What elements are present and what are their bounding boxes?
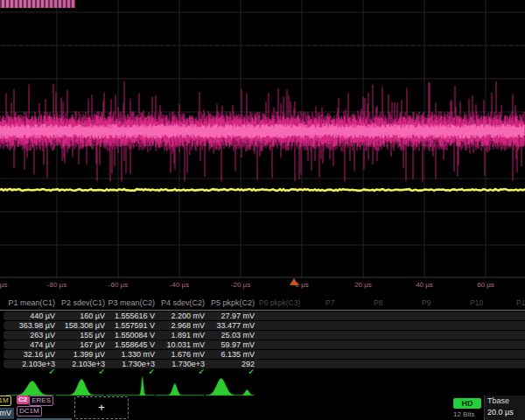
- time-label: -60 µs: [99, 281, 137, 289]
- time-label: 40 µs: [405, 281, 444, 289]
- hd-mode-badge[interactable]: HD: [453, 398, 481, 409]
- tbase-value: 20.0 µs: [487, 407, 525, 418]
- table-row: 440 µV160 µV1.555616 V2.200 mV27.97 mV: [4, 312, 525, 320]
- measurement-cell: 155 µV: [51, 331, 105, 340]
- param-header-inactive[interactable]: P8: [374, 298, 382, 308]
- status-check-icon: ✔: [101, 368, 155, 376]
- measurement-cell: 263 µV: [1, 331, 55, 340]
- time-label: -80 µs: [38, 281, 76, 289]
- tbase-descriptor[interactable]: Tbase 20.0 µs: [484, 396, 525, 420]
- status-check-icon: ✔: [150, 368, 205, 376]
- histicon-p1: [5, 376, 55, 396]
- measurement-cell: 167 µV: [51, 340, 105, 349]
- param-header-inactive[interactable]: P10: [470, 298, 483, 308]
- tbase-label: Tbase: [487, 396, 525, 407]
- param-header-inactive[interactable]: P11: [516, 298, 525, 308]
- measurement-cell: 1.891 mV: [150, 331, 205, 340]
- histicon-shape: [6, 382, 54, 396]
- measurement-cell: 1.555616 V: [101, 312, 155, 320]
- measurement-cell: 33.477 mV: [200, 321, 255, 330]
- plus-icon: +: [98, 401, 105, 414]
- histicon-shape: [156, 384, 204, 396]
- status-check-icon: ✔: [200, 368, 255, 376]
- measurement-cell: 10.031 mV: [150, 340, 205, 349]
- histicon-shape: [206, 379, 254, 396]
- param-header[interactable]: P3 mean(C2): [101, 298, 155, 308]
- table-row: 474 µV167 µV1.558645 V10.031 mV59.97 mV: [4, 340, 525, 349]
- measurement-cell: 1.676 mV: [150, 350, 205, 359]
- measurement-cell: 474 µV: [1, 340, 55, 349]
- hd-bits-label: 12 Bits: [453, 410, 474, 418]
- table-row: 32.16 µV1.399 µV1.330 mV1.676 mV6.135 mV: [4, 350, 525, 359]
- measurement-cell: 1.557591 V: [101, 321, 155, 330]
- measurement-cell: 6.135 mV: [200, 350, 255, 359]
- time-label: 0 µs: [283, 281, 321, 289]
- trigger-position-marker[interactable]: [290, 278, 298, 285]
- c1-coupling-badge: DC1M: [0, 396, 11, 406]
- table-header-divider: [0, 310, 525, 311]
- measurement-cell: 2.968 mV: [150, 321, 205, 330]
- measurement-cell: 27.97 mV: [200, 312, 255, 320]
- param-header-inactive[interactable]: P9: [422, 298, 430, 308]
- measurement-cell: 1.558645 V: [101, 340, 155, 349]
- time-label: 20 µs: [344, 281, 382, 289]
- bottom-descriptor-bar: DC1M 10.0 mV C2ERESDC1M 10.0 mV + HD 12 …: [0, 396, 525, 420]
- table-row: 363.98 µV158.308 µV1.557591 V2.968 mV33.…: [4, 321, 525, 330]
- c2-coupling-badge: DC1M: [17, 406, 42, 416]
- c2-label-badge: C2: [17, 396, 29, 404]
- measurement-cell: 363.98 µV: [1, 321, 55, 330]
- waveform-display: [0, 0, 525, 278]
- oscilloscope-screen: -100 µs-80 µs-60 µs-40 µs-20 µs0 µs20 µs…: [0, 0, 525, 420]
- channel-c2-descriptor[interactable]: C2ERESDC1M 10.0 mV: [17, 396, 72, 419]
- time-label: 60 µs: [466, 281, 505, 289]
- measurement-cell: 1.550084 V: [101, 331, 155, 340]
- top-left-highlight[interactable]: [0, 0, 75, 8]
- measurement-cell: 440 µV: [1, 312, 55, 320]
- time-label: -100 µs: [0, 281, 15, 289]
- histicon-shape: [106, 376, 154, 396]
- status-check-icon: ✔: [1, 368, 55, 376]
- status-check-icon: ✔: [51, 368, 105, 376]
- measurement-cell: 59.97 mV: [200, 340, 255, 349]
- param-header[interactable]: P4 sdev(C2): [150, 298, 205, 308]
- measurement-cell: 25.03 mV: [200, 331, 255, 340]
- param-header-inactive[interactable]: P7: [326, 298, 334, 308]
- time-axis: -100 µs-80 µs-60 µs-40 µs-20 µs0 µs20 µs…: [0, 281, 525, 291]
- histicon-p3: [105, 376, 155, 396]
- channel-c1-descriptor[interactable]: DC1M 10.0 mV: [0, 396, 14, 419]
- measurement-cell: 2.200 mV: [150, 312, 205, 320]
- param-header[interactable]: P1 mean(C1): [1, 298, 55, 308]
- measurement-cell: 1.399 µV: [51, 350, 105, 359]
- add-trace-button[interactable]: +: [74, 396, 129, 419]
- measurement-cell: 158.308 µV: [51, 321, 105, 330]
- histicon-p4: [155, 376, 205, 396]
- histicon-shape: [56, 380, 104, 396]
- measurement-cell: 32.16 µV: [1, 350, 55, 359]
- param-header-inactive[interactable]: P6 pkpk(C3): [259, 298, 300, 308]
- param-header[interactable]: P5 pkpk(C2): [200, 298, 255, 308]
- c2-eres-badge: ERES: [29, 396, 53, 406]
- measurement-cell: 1.330 mV: [101, 350, 155, 359]
- table-row: 263 µV155 µV1.550084 V1.891 mV25.03 mV: [4, 331, 525, 340]
- time-label: -20 µs: [221, 281, 260, 289]
- histicon-p2: [55, 376, 105, 396]
- time-label: -40 µs: [160, 281, 199, 289]
- waveform-grid: [0, 0, 525, 278]
- measurement-cell: 160 µV: [51, 312, 105, 320]
- c1-vdiv-value: 10.0 mV: [0, 408, 14, 419]
- param-header[interactable]: P2 sdev(C1): [51, 298, 105, 308]
- histicon-p5: [205, 376, 255, 396]
- measurement-table: P1 mean(C1)P2 sdev(C1)P3 mean(C2)P4 sdev…: [0, 298, 525, 377]
